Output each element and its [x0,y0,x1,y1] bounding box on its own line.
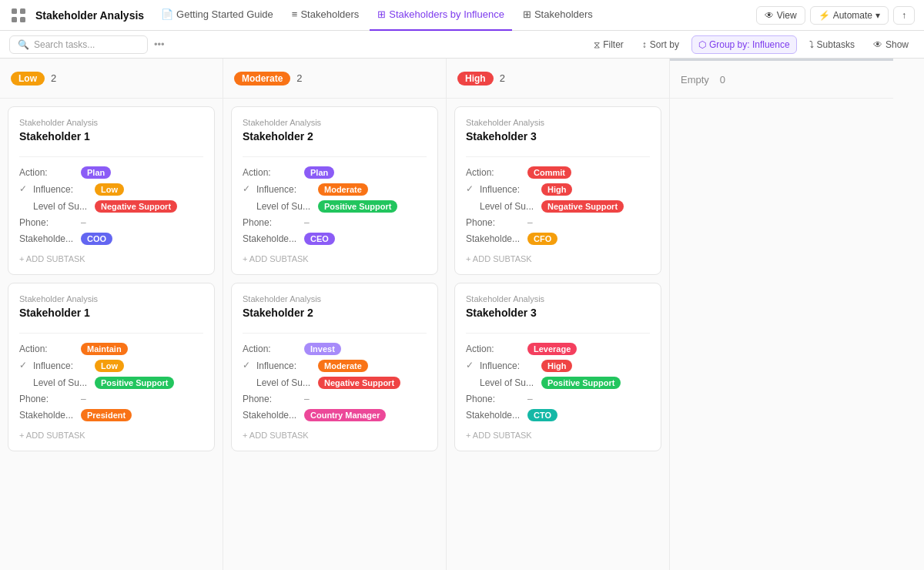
card-influence-row: ✓ Influence: High Level of Su... Positiv… [466,360,650,394]
phone-label: Phone: [466,394,527,404]
card-phone-field: Phone: – [243,217,427,228]
column-moderate: Moderate 2 Stakeholder Analysis Stakehol… [223,59,447,570]
stakeholder-label: Stakeholde... [19,410,81,421]
column-header-low: Low 2 [0,59,223,99]
card[interactable]: Stakeholder Analysis Stakeholder 1 Actio… [8,283,215,451]
support-label: Level of Su... [480,201,541,212]
card-support-field: Level of Su... Positive Support [480,377,650,389]
phone-value: – [304,394,310,404]
column-body-low: Stakeholder Analysis Stakeholder 1 Actio… [0,99,223,570]
card-project: Stakeholder Analysis [19,118,203,127]
show-icon: 👁 [873,39,882,50]
show-button[interactable]: 👁 Show [867,36,915,53]
card-action-field: Action: Maintain [19,343,203,355]
support-label: Level of Su... [256,201,318,212]
automate-button[interactable]: ⚡ Automate ▾ [810,6,889,25]
add-subtask-button[interactable]: + ADD SUBTASK [466,426,650,440]
tab-stakeholders[interactable]: ≡ Stakeholders [284,0,367,31]
check-icon: ✓ [243,360,250,370]
card[interactable]: Stakeholder Analysis Stakeholder 2 Actio… [231,283,438,451]
column-high: High 2 Stakeholder Analysis Stakeholder … [447,59,670,570]
add-subtask-button[interactable]: + ADD SUBTASK [19,426,203,440]
card-influence-row: ✓ Influence: Low Level of Su... Negative… [19,183,203,217]
card-influence-field: Influence: Low [33,183,203,196]
card-action-field: Action: Commit [466,166,650,179]
app-title: Stakeholder Analysis [35,9,144,22]
card-support-field: Level of Su... Positive Support [256,200,427,213]
card-influence-field: Influence: Moderate [256,360,427,372]
card-action-field: Action: Leverage [466,343,650,355]
support-tag: Positive Support [318,200,397,213]
column-count: 2 [51,72,56,84]
card-influence-row: ✓ Influence: Moderate Level of Su... Pos… [243,183,427,217]
sort-button[interactable]: ↕ Sort by [636,36,685,53]
card[interactable]: Stakeholder Analysis Stakeholder 2 Actio… [231,106,438,275]
stakeholder-tag: CTO [527,409,557,421]
column-low: Low 2 Stakeholder Analysis Stakeholder 1… [0,59,223,570]
support-tag: Positive Support [541,377,621,389]
share-button[interactable]: ↑ [893,6,915,25]
column-badge: High [457,72,494,86]
action-label: Action: [243,167,304,178]
card-stakeholder-field: Stakeholde... CEO [243,233,427,245]
card[interactable]: Stakeholder Analysis Stakeholder 3 Actio… [454,283,661,451]
card[interactable]: Stakeholder Analysis Stakeholder 3 Actio… [454,106,661,275]
add-subtask-button[interactable]: + ADD SUBTASK [243,250,427,263]
tab-getting-started[interactable]: 📄 Getting Started Guide [153,0,281,31]
doc-icon: 📄 [161,8,173,20]
card-influence-field: Influence: Low [33,360,203,372]
card-phone-field: Phone: – [466,394,650,404]
card-influence-fields: Influence: Low Level of Su... Positive S… [33,360,203,394]
empty-label: Empty [681,74,709,86]
tab-stakeholders-by-influence[interactable]: ⊞ Stakeholders by Influence [370,0,512,31]
stakeholder-label: Stakeholde... [19,233,81,244]
column-badge: Low [11,72,45,86]
column-body-high: Stakeholder Analysis Stakeholder 3 Actio… [447,99,669,570]
tab-stakeholders2[interactable]: ⊞ Stakeholders [515,0,601,31]
sort-icon: ↕ [642,39,647,50]
card-support-field: Level of Su... Positive Support [33,377,203,389]
influence-label: Influence: [33,184,95,195]
automate-icon: ⚡ [819,10,830,21]
svg-rect-2 [12,17,17,22]
card-influence-field: Influence: Moderate [256,183,427,196]
card-support-field: Level of Su... Negative Support [33,200,203,213]
card-stakeholder-field: Stakeholde... CFO [466,233,650,245]
more-options-icon[interactable]: ••• [154,39,165,50]
add-subtask-button[interactable]: + ADD SUBTASK [466,250,650,263]
card-title: Stakeholder 3 [466,130,650,142]
influence-label: Influence: [480,360,541,371]
card-support-field: Level of Su... Negative Support [256,377,427,389]
column-count: 2 [296,72,302,84]
influence-tag: High [541,360,572,372]
subtasks-button[interactable]: ⤵ Subtasks [803,36,861,53]
card-influence-fields: Influence: High Level of Su... Positive … [480,360,650,394]
toolbar: 🔍 Search tasks... ••• ⧖ Filter ↕ Sort by… [0,31,924,59]
action-label: Action: [466,167,527,178]
action-label: Action: [466,344,527,354]
card-project: Stakeholder Analysis [19,294,203,303]
support-tag: Negative Support [95,200,177,213]
action-label: Action: [19,167,81,178]
card-phone-field: Phone: – [19,394,203,404]
action-tag: Invest [304,343,341,355]
card[interactable]: Stakeholder Analysis Stakeholder 1 Actio… [8,106,215,275]
chart2-icon: ⊞ [523,8,531,20]
column-header-high: High 2 [447,59,669,99]
phone-value: – [527,394,533,404]
filter-button[interactable]: ⧖ Filter [588,36,630,53]
card-influence-row: ✓ Influence: Moderate Level of Su... Neg… [243,360,427,394]
add-subtask-button[interactable]: + ADD SUBTASK [243,426,427,440]
search-input[interactable]: 🔍 Search tasks... [9,35,148,54]
view-button[interactable]: 👁 View [756,6,805,25]
search-icon: 🔍 [18,39,29,50]
card-influence-fields: Influence: Moderate Level of Su... Posit… [256,183,427,217]
check-icon: ✓ [19,183,27,194]
group-by-button[interactable]: ⬡ Group by: Influence [691,35,797,54]
eye-icon: 👁 [765,10,774,21]
stakeholder-label: Stakeholde... [243,233,304,244]
phone-label: Phone: [466,217,527,228]
add-subtask-button[interactable]: + ADD SUBTASK [19,250,203,263]
influence-tag: High [541,183,572,196]
app-logo-icon [9,6,28,25]
